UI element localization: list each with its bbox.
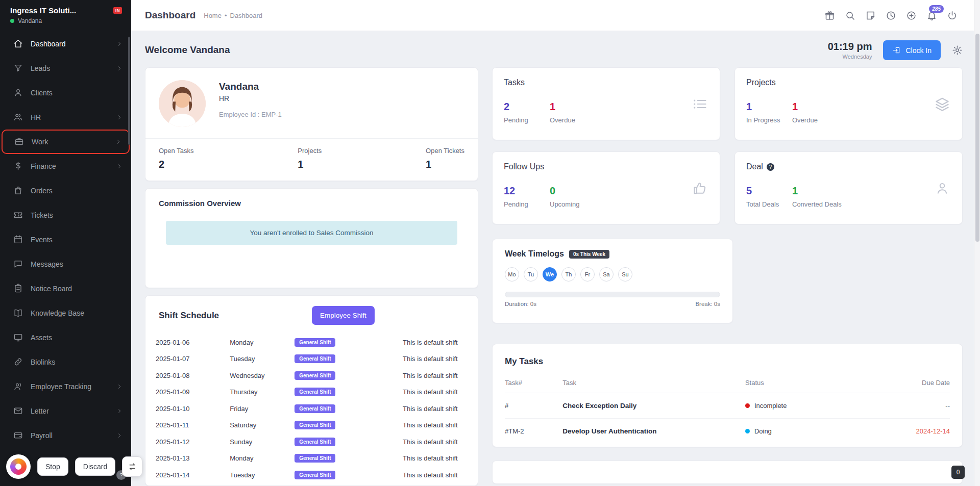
week-timelogs-card: Week Timelogs 0s This Week MoTuWeThFrSaS…	[492, 239, 733, 323]
tracking-icon	[13, 381, 23, 392]
task-name[interactable]: Check Exception Daily	[562, 402, 636, 410]
user-icon	[13, 88, 23, 98]
clock-icon[interactable]	[886, 10, 896, 21]
notifications-button[interactable]: 285	[926, 10, 937, 21]
brand-user-name: Vandana	[18, 17, 42, 24]
sidebar-item-label: Clients	[31, 89, 123, 97]
task-row[interactable]: #Check Exception DailyIncomplete--	[505, 393, 950, 419]
screen-recorder-overlay: Stop Discard	[6, 454, 142, 479]
weekday-fr[interactable]: Fr	[580, 267, 595, 282]
topbar: Dashboard Home • Dashboard 285	[131, 0, 980, 31]
gift-icon[interactable]	[824, 10, 835, 21]
weekday-mo[interactable]: Mo	[505, 267, 519, 282]
sidebar-item-knowledge-base[interactable]: Knowledge Base	[0, 301, 131, 325]
weekday-th[interactable]: Th	[561, 267, 576, 282]
tasks-card: Tasks2Pending1Overdue	[492, 67, 720, 140]
chevron-right-icon	[116, 432, 123, 439]
notification-badge: 285	[929, 5, 944, 13]
sidebar-item-hr[interactable]: HR	[0, 105, 131, 130]
sidebar-item-messages[interactable]: Messages	[0, 252, 131, 276]
sidebar-scrollbar[interactable]	[128, 37, 130, 145]
layers-icon	[935, 96, 950, 112]
sidebar-item-payroll[interactable]: Payroll	[0, 423, 131, 448]
sidebar-item-employee-tracking[interactable]: Employee Tracking	[0, 374, 131, 399]
shift-row: 2025-01-14TuesdayGeneral ShiftThis is de…	[156, 467, 464, 483]
sidebar-item-work[interactable]: Work	[2, 130, 130, 154]
ticket-icon	[13, 210, 23, 220]
breadcrumb-separator: •	[225, 12, 227, 19]
brand[interactable]: Ingress IT Soluti... IN Vandana	[0, 0, 131, 29]
shift-schedule-table: 2025-01-06MondayGeneral ShiftThis is def…	[156, 334, 464, 486]
weekday-we[interactable]: We	[543, 267, 557, 282]
scrollbar-thumb[interactable]	[975, 34, 979, 242]
sidebar-item-leads[interactable]: Leads	[0, 56, 131, 81]
sidebar-item-label: Assets	[31, 334, 123, 342]
sidebar-item-biolinks[interactable]: Biolinks	[0, 350, 131, 374]
clock-in-button[interactable]: Clock In	[883, 40, 941, 60]
corner-count-badge[interactable]: 0	[951, 466, 965, 479]
sidebar-item-orders[interactable]: Orders	[0, 178, 131, 203]
book-icon	[13, 308, 23, 318]
sidebar-item-label: Finance	[31, 162, 116, 170]
discard-button[interactable]: Discard	[75, 457, 115, 476]
sidebar-item-assets[interactable]: Assets	[0, 325, 131, 350]
breadcrumb-home[interactable]: Home	[204, 12, 222, 19]
chevron-right-icon	[116, 40, 123, 47]
gear-icon[interactable]	[952, 45, 963, 56]
sidebar-nav: DashboardLeadsClientsHRWorkFinanceOrders…	[0, 29, 131, 448]
shift-row: 2025-01-13MondayGeneral ShiftThis is def…	[156, 450, 464, 467]
current-time: 01:19 pm	[828, 41, 872, 53]
help-icon[interactable]: ?	[767, 163, 774, 171]
power-icon[interactable]	[947, 10, 958, 21]
profile-stat-open-tasks: Open Tasks2	[159, 147, 193, 170]
sidebar-item-label: Payroll	[31, 431, 116, 440]
week-timelogs-title: Week Timelogs	[505, 249, 564, 259]
weekday-su[interactable]: Su	[618, 267, 632, 282]
stat: 12Pending	[504, 185, 550, 208]
my-tasks-table: Task#TaskStatusDue Date #Check Exception…	[505, 373, 950, 444]
profile-stat-projects: Projects1	[298, 147, 322, 170]
sidebar-item-label: Dashboard	[31, 40, 116, 48]
sidebar-item-label: Knowledge Base	[31, 309, 123, 317]
sidebar-item-events[interactable]: Events	[0, 227, 131, 252]
shift-row: 2025-01-11SaturdayGeneral ShiftThis is d…	[156, 417, 464, 434]
link-icon	[13, 357, 23, 367]
search-icon[interactable]	[845, 10, 855, 21]
plus-circle-icon[interactable]	[906, 10, 917, 21]
shift-row: 2025-01-15WednesdayGeneral ShiftThis is …	[156, 483, 464, 486]
shift-row: 2025-01-08WednesdayGeneral ShiftThis is …	[156, 367, 464, 384]
weekday-selector: MoTuWeThFrSaSu	[505, 267, 720, 282]
sidebar-item-letter[interactable]: Letter	[0, 399, 131, 423]
sidebar-item-dashboard[interactable]: Dashboard	[0, 32, 131, 56]
task-name[interactable]: Develop User Authentication	[562, 427, 656, 435]
sidebar-item-tickets[interactable]: Tickets	[0, 203, 131, 227]
shift-badge: General Shift	[295, 421, 335, 429]
thumbs-up-icon	[692, 181, 707, 196]
users-icon	[13, 112, 23, 122]
weekday-tu[interactable]: Tu	[524, 267, 538, 282]
stop-button[interactable]: Stop	[37, 457, 68, 476]
shift-badge: General Shift	[295, 371, 335, 380]
chevron-right-icon	[116, 65, 123, 72]
sidebar-item-clients[interactable]: Clients	[0, 81, 131, 105]
profile-name: Vandana	[219, 81, 282, 92]
sidebar-item-label: Messages	[31, 260, 123, 268]
avatar[interactable]	[159, 80, 206, 127]
commission-overview-card: Commission Overview You aren't enrolled …	[145, 188, 478, 288]
shift-badge: General Shift	[295, 388, 335, 396]
profile-stats: Open Tasks2Projects1Open Tickets1	[145, 138, 478, 181]
shift-badge: General Shift	[295, 454, 335, 463]
task-row[interactable]: #TM-2Develop User AuthenticationDoing202…	[505, 419, 950, 444]
recorder-logo[interactable]	[6, 454, 31, 479]
sidebar-item-finance[interactable]: Finance	[0, 154, 131, 178]
employee-shift-button[interactable]: Employee Shift	[312, 306, 375, 325]
page-scrollbar[interactable]	[974, 0, 980, 486]
home-icon	[13, 39, 23, 49]
weekday-sa[interactable]: Sa	[599, 267, 614, 282]
projects-card: Projects1In Progress1Overdue	[734, 67, 963, 140]
swap-icon[interactable]	[122, 456, 142, 477]
note-icon[interactable]	[865, 10, 876, 21]
chevron-right-icon	[116, 163, 123, 170]
sidebar-item-notice-board[interactable]: Notice Board	[0, 276, 131, 301]
chevron-right-icon	[115, 138, 122, 145]
